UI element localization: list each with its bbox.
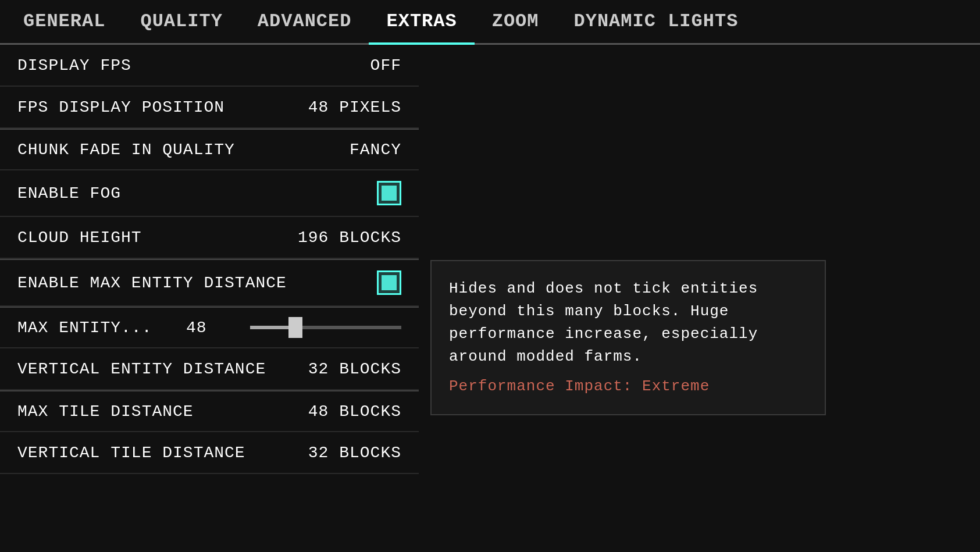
setting-label-vertical-entity: Vertical Entity Distance bbox=[17, 360, 266, 378]
setting-label-enable-max-entity: Enable Max Entity Distance bbox=[17, 274, 287, 292]
setting-row-vertical-tile[interactable]: Vertical Tile Distance32 Blocks bbox=[0, 432, 419, 474]
setting-row-max-entity[interactable]: Max Entity...48 bbox=[0, 307, 419, 348]
setting-label-cloud-height: Cloud Height bbox=[17, 229, 142, 247]
setting-value-fps-display-position: 48 Pixels bbox=[308, 98, 401, 116]
setting-row-cloud-height[interactable]: Cloud Height196 Blocks bbox=[0, 217, 419, 259]
setting-value-chunk-fade-in: Fancy bbox=[350, 141, 401, 159]
setting-label-vertical-tile: Vertical Tile Distance bbox=[17, 444, 245, 462]
slider-track-max-entity bbox=[250, 326, 401, 329]
tooltip-description: Hides and does not tick entities beyond … bbox=[449, 277, 807, 368]
tab-quality[interactable]: Quality bbox=[123, 0, 240, 43]
setting-value-display-fps: Off bbox=[370, 56, 401, 74]
setting-label-display-fps: Display FPS bbox=[17, 56, 131, 74]
setting-label-fps-display-position: FPS Display Position bbox=[17, 98, 224, 116]
tooltip-panel: Hides and does not tick entities beyond … bbox=[430, 260, 826, 415]
content-area: Display FPSOffFPS Display Position48 Pix… bbox=[0, 45, 980, 474]
setting-row-chunk-fade-in[interactable]: Chunk Fade In QualityFancy bbox=[0, 129, 419, 170]
checkbox-enable-max-entity[interactable] bbox=[377, 270, 401, 295]
setting-label-max-tile: Max Tile Distance bbox=[17, 403, 194, 421]
checkbox-inner-enable-max-entity bbox=[382, 275, 397, 290]
setting-value-max-entity: 48 bbox=[186, 319, 207, 337]
setting-row-vertical-entity[interactable]: Vertical Entity Distance32 Blocks bbox=[0, 348, 419, 390]
setting-label-max-entity: Max Entity... bbox=[17, 319, 152, 337]
setting-row-enable-fog[interactable]: Enable fog bbox=[0, 170, 419, 217]
setting-value-vertical-entity: 32 Blocks bbox=[308, 360, 401, 378]
setting-row-display-fps[interactable]: Display FPSOff bbox=[0, 45, 419, 87]
setting-value-max-tile: 48 Blocks bbox=[308, 403, 401, 421]
slider-container-max-entity[interactable] bbox=[250, 326, 401, 329]
setting-row-max-tile[interactable]: Max Tile Distance48 Blocks bbox=[0, 390, 419, 432]
checkbox-inner-enable-fog bbox=[382, 186, 397, 201]
setting-value-vertical-tile: 32 Blocks bbox=[308, 444, 401, 462]
tab-zoom[interactable]: Zoom bbox=[475, 0, 557, 43]
tab-extras[interactable]: Extras bbox=[369, 0, 474, 45]
setting-row-fps-display-position[interactable]: FPS Display Position48 Pixels bbox=[0, 87, 419, 129]
setting-value-cloud-height: 196 Blocks bbox=[298, 229, 401, 247]
tab-dynamic-lights[interactable]: Dynamic Lights bbox=[557, 0, 756, 43]
tab-advanced[interactable]: Advanced bbox=[240, 0, 369, 43]
tooltip-performance: Performance Impact: Extreme bbox=[449, 375, 807, 398]
tab-general[interactable]: General bbox=[6, 0, 123, 43]
settings-panel: Display FPSOffFPS Display Position48 Pix… bbox=[0, 45, 419, 474]
setting-label-chunk-fade-in: Chunk Fade In Quality bbox=[17, 141, 235, 159]
checkbox-enable-fog[interactable] bbox=[377, 181, 401, 205]
setting-row-enable-max-entity[interactable]: Enable Max Entity Distance bbox=[0, 259, 419, 307]
tabs-container: GeneralQualityAdvancedExtrasZoomDynamic … bbox=[0, 0, 980, 45]
slider-thumb-max-entity[interactable] bbox=[288, 317, 302, 338]
setting-label-enable-fog: Enable fog bbox=[17, 184, 121, 202]
tooltip-area: Hides and does not tick entities beyond … bbox=[419, 45, 826, 474]
